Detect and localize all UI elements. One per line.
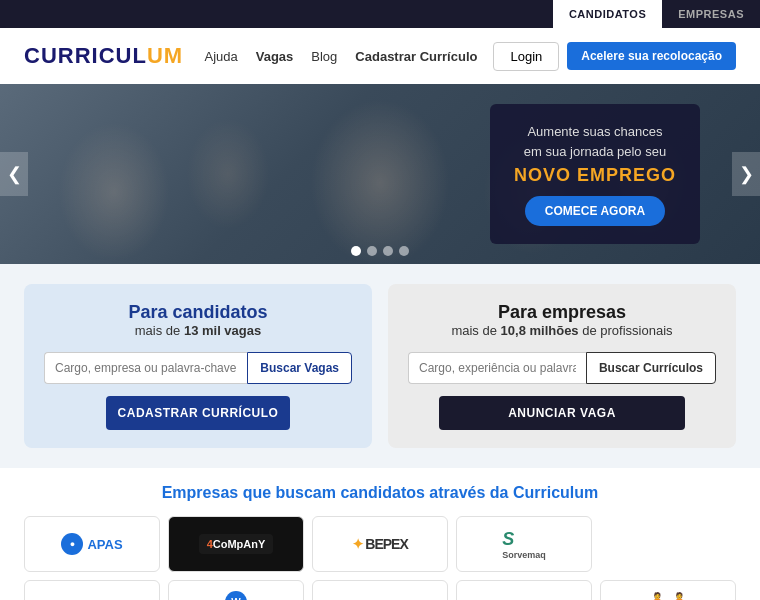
candidates-count: 13 mil vagas	[184, 323, 261, 338]
company-logo-polowear[interactable]: 🧍🧍 POLO WEAR	[600, 580, 736, 600]
nav-cadastrar[interactable]: Cadastrar Currículo	[355, 49, 477, 64]
carousel-next-button[interactable]: ❯	[732, 152, 760, 196]
bepex-logo-content: ✦BEPEX	[352, 536, 407, 552]
companies-section: Empresas que buscam candidatos através d…	[0, 468, 760, 600]
webautomacao-logo-content: W WebAutomação	[202, 591, 270, 600]
company-logo-bepex[interactable]: ✦BEPEX	[312, 516, 448, 572]
anunciar-vaga-button[interactable]: ANUNCIAR VAGA	[439, 396, 685, 430]
cadastrar-curriculo-button[interactable]: CADASTRAR CURRÍCULO	[106, 396, 291, 430]
logo-highlight: UM	[147, 43, 183, 68]
login-button[interactable]: Login	[493, 42, 559, 71]
buscar-curriculos-button[interactable]: Buscar Currículos	[586, 352, 716, 384]
top-bar: CANDIDATOS EMPRESAS	[0, 0, 760, 28]
candidates-card: Para candidatos mais de 13 mil vagas Bus…	[24, 284, 372, 448]
employers-card: Para empresas mais de 10,8 milhões de pr…	[388, 284, 736, 448]
company-logo-rgf[interactable]: RGF	[456, 580, 592, 600]
company-logo-sorvemaq[interactable]: S Sorvemaq	[456, 516, 592, 572]
nav-vagas[interactable]: Vagas	[256, 49, 294, 64]
company-logo-kalunga[interactable]: Kalunga	[24, 580, 160, 600]
employers-count: 10,8 milhões	[501, 323, 579, 338]
candidates-subtitle: mais de 13 mil vagas	[44, 323, 352, 338]
carousel-dots	[351, 246, 409, 256]
4company-logo-content: 4CoMpAnY	[199, 534, 274, 554]
employers-title: Para empresas	[408, 302, 716, 323]
company-logo-apas[interactable]: ● APAS	[24, 516, 160, 572]
candidates-search-input[interactable]	[44, 352, 247, 384]
company-logo-4company[interactable]: 4CoMpAnY	[168, 516, 304, 572]
nav-ajuda[interactable]: Ajuda	[204, 49, 237, 64]
search-section: Para candidatos mais de 13 mil vagas Bus…	[0, 264, 760, 468]
candidates-title: Para candidatos	[44, 302, 352, 323]
hero-line1: Aumente suas chances	[514, 122, 676, 142]
comece-agora-button[interactable]: COMECE AGORA	[525, 196, 665, 226]
hero-line2: em sua jornada pelo seu	[514, 142, 676, 162]
buscar-vagas-button[interactable]: Buscar Vagas	[247, 352, 352, 384]
hero-highlight: NOVO EMPREGO	[514, 165, 676, 186]
employers-subtitle: mais de 10,8 milhões de profissionais	[408, 323, 716, 338]
logo[interactable]: CURRICULUM	[24, 43, 183, 69]
dot-3[interactable]	[383, 246, 393, 256]
acelere-button[interactable]: Acelere sua recolocação	[567, 42, 736, 70]
company-logo-carbogel[interactable]: CARBOGEL	[312, 580, 448, 600]
hero-section: ❮ Aumente suas chances em sua jornada pe…	[0, 84, 760, 264]
nav-links: Ajuda Vagas Blog Cadastrar Currículo	[204, 49, 477, 64]
carousel-prev-button[interactable]: ❮	[0, 152, 28, 196]
logo-text: CURRICUL	[24, 43, 147, 68]
candidates-search-row: Buscar Vagas	[44, 352, 352, 384]
companies-title: Empresas que buscam candidatos através d…	[24, 484, 736, 502]
hero-content: Aumente suas chances em sua jornada pelo…	[490, 104, 700, 244]
dot-1[interactable]	[351, 246, 361, 256]
apas-logo-content: ● APAS	[61, 533, 122, 555]
company-logo-empty1	[600, 516, 736, 572]
sorvemaq-logo-content: S Sorvemaq	[502, 529, 546, 560]
tab-empresas[interactable]: EMPRESAS	[662, 0, 760, 28]
employers-search-input[interactable]	[408, 352, 586, 384]
header: CURRICULUM Ajuda Vagas Blog Cadastrar Cu…	[0, 28, 760, 84]
companies-grid: ● APAS 4CoMpAnY ✦BEPEX S Sorvemaq	[24, 516, 736, 600]
company-logo-webautomacao[interactable]: W WebAutomação	[168, 580, 304, 600]
employers-search-row: Buscar Currículos	[408, 352, 716, 384]
nav-blog[interactable]: Blog	[311, 49, 337, 64]
tab-candidatos[interactable]: CANDIDATOS	[553, 0, 662, 28]
dot-4[interactable]	[399, 246, 409, 256]
polowear-logo-content: 🧍🧍 POLO WEAR	[640, 591, 696, 600]
dot-2[interactable]	[367, 246, 377, 256]
